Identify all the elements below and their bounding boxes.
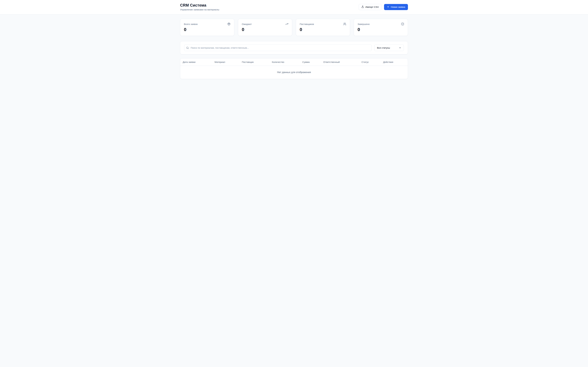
status-filter-select[interactable]: Все статусы [374, 44, 404, 51]
new-request-button[interactable]: Новая заявка [384, 4, 408, 10]
page-subtitle: Управление заявками на материалы [180, 8, 219, 11]
users-icon [343, 23, 346, 25]
package-icon [227, 23, 230, 25]
column-header-status: Статус [359, 58, 381, 66]
import-csv-button[interactable]: Импорт CSV [359, 4, 381, 10]
column-header-responsible: Ответственный [321, 58, 359, 66]
search-field [184, 44, 372, 51]
main-content: Всего заявок 0 Ожидают 0 Поставщиков [180, 19, 408, 79]
plus-icon [387, 6, 389, 8]
column-header-date: Дата заявки [180, 58, 212, 66]
stat-label: Завершено [358, 23, 370, 25]
search-input[interactable] [184, 44, 372, 51]
import-csv-label: Импорт CSV [365, 6, 379, 8]
table-header-row: Дата заявки Материал Поставщик Количеств… [180, 58, 408, 66]
stat-card-total-requests: Всего заявок 0 [180, 19, 234, 36]
column-header-material: Материал [212, 58, 239, 66]
stat-value: 0 [358, 27, 404, 32]
stat-label: Ожидают [242, 23, 252, 25]
stat-card-completed: Завершено 0 [354, 19, 408, 36]
app-header: CRM Система Управление заявками на матер… [0, 0, 588, 14]
filters-card: Все статусы [180, 41, 408, 54]
column-header-amount: Сумма [300, 58, 321, 66]
status-filter-value: Все статусы [377, 47, 390, 49]
requests-table: Дата заявки Материал Поставщик Количеств… [180, 58, 408, 79]
stat-value: 0 [242, 27, 288, 32]
empty-state-row: Нет данных для отображения [180, 66, 408, 79]
header-actions: Импорт CSV Новая заявка [359, 4, 408, 10]
column-header-quantity: Количество [269, 58, 300, 66]
search-icon [186, 47, 189, 49]
stat-label: Поставщиков [300, 23, 314, 25]
stats-row: Всего заявок 0 Ожидают 0 Поставщиков [180, 19, 408, 36]
trending-up-icon [285, 23, 288, 25]
upload-icon [361, 6, 364, 8]
column-header-supplier: Поставщик [239, 58, 269, 66]
stat-value: 0 [300, 27, 346, 32]
empty-state-message: Нет данных для отображения [180, 66, 408, 79]
chevron-down-icon [399, 47, 401, 49]
header-titles: CRM Система Управление заявками на матер… [180, 3, 219, 11]
circle-check-icon [401, 23, 404, 25]
requests-table-card: Дата заявки Материал Поставщик Количеств… [180, 58, 408, 79]
page-title: CRM Система [180, 3, 219, 8]
stat-card-suppliers: Поставщиков 0 [296, 19, 350, 36]
column-header-actions: Действия [381, 58, 408, 66]
stat-label: Всего заявок [184, 23, 198, 25]
new-request-label: Новая заявка [391, 6, 405, 8]
stat-value: 0 [184, 27, 230, 32]
stat-card-pending: Ожидают 0 [238, 19, 292, 36]
